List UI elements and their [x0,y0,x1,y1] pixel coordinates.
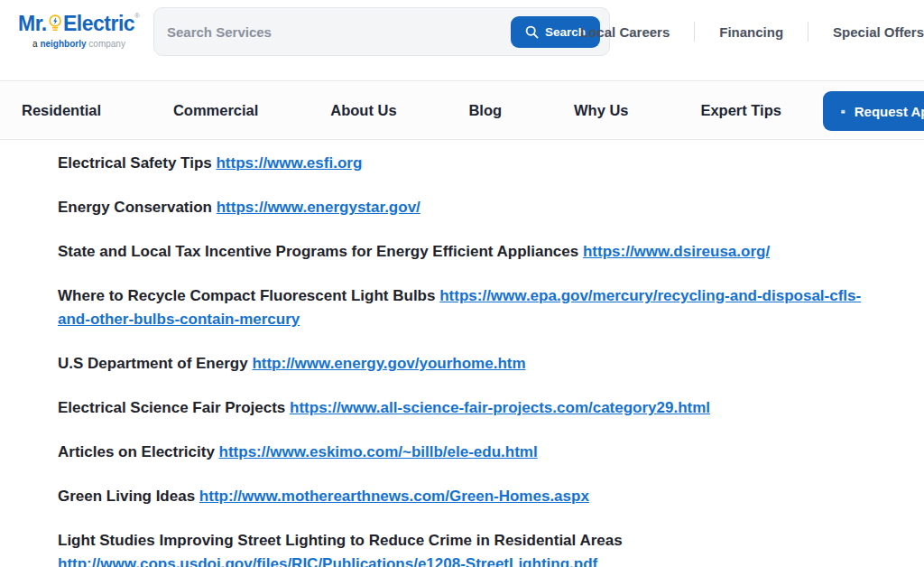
list-item: Green Living Ideas http://www.mothereart… [58,485,893,508]
lightbulb-icon [48,10,62,37]
list-item: Light Studies Improving Street Lighting … [58,529,893,567]
resource-label: Energy Conservation [58,199,212,216]
header-link-financing[interactable]: Financing [719,24,783,40]
resource-links-list: Electrical Safety Tips https://www.esfi.… [0,140,898,567]
divider [808,22,808,42]
nav-item-residential[interactable]: Residential [22,102,101,119]
header-link-local-careers[interactable]: Local Careers [580,24,670,40]
registered-mark: ® [134,12,140,20]
resource-link[interactable]: http://www.energy.gov/yourhome.htm [252,355,525,372]
list-item: Where to Recycle Compact Fluorescent Lig… [58,284,893,331]
request-appointment-button[interactable]: Request Appointment [823,91,924,131]
list-item: Energy Conservation https://www.energyst… [58,196,893,219]
list-item: Electrical Safety Tips https://www.esfi.… [58,152,893,175]
list-item: Articles on Electricity https://www.eski… [58,441,893,464]
resource-link[interactable]: http://www.cops.usdoj.gov/files/RIC/Publ… [58,553,597,567]
nav-item-why-us[interactable]: Why Us [574,102,629,119]
search-services-box: Search [153,7,610,56]
nav-item-expert-tips[interactable]: Expert Tips [700,102,781,119]
resource-link[interactable]: https://www.dsireusa.org/ [583,243,770,260]
divider [694,22,695,42]
resource-link[interactable]: https://www.eskimo.com/~billb/ele-edu.ht… [219,443,538,460]
search-icon [525,25,539,39]
resource-label: State and Local Tax Incentive Programs f… [58,243,578,260]
neighborly-tagline: a neighborly company [18,39,140,49]
resource-sublabel: Improving Street Lighting to Reduce Crim… [159,532,622,549]
list-item: Electrical Science Fair Projects https:/… [58,396,893,420]
main-navigation: Residential Commercial About Us Blog Why… [0,80,924,140]
calendar-icon [841,104,845,119]
resource-label: Electrical Safety Tips [58,154,212,172]
list-item: State and Local Tax Incentive Programs f… [58,240,893,264]
header-utility-links: Local Careers Financing Special Offers [580,22,924,42]
resource-label: Electrical Science Fair Projects [58,399,285,416]
nav-item-commercial[interactable]: Commercial [173,102,258,119]
resource-label: Articles on Electricity [58,443,215,460]
resource-link[interactable]: https://www.energystar.gov/ [217,199,420,216]
resource-label: Where to Recycle Compact Fluorescent Lig… [58,287,435,304]
logo-text-electric: Electric [63,12,134,36]
nav-item-about-us[interactable]: About Us [330,102,396,119]
resource-link[interactable]: https://www.esfi.org [216,154,362,172]
search-input[interactable] [154,24,511,40]
nav-item-blog[interactable]: Blog [468,102,502,119]
request-button-label: Request Appointment [855,104,924,119]
resource-link[interactable]: http://www.motherearthnews.com/Green-Hom… [199,488,589,505]
resource-label: Light Studies [58,532,155,549]
resource-link[interactable]: https://www.all-science-fair-projects.co… [290,399,710,416]
resource-label: U.S Department of Energy [58,355,248,372]
mr-electric-logo[interactable]: Mr. Electric ® a neighborly company [18,10,140,49]
logo-text-mr: Mr. [18,12,47,36]
list-item: U.S Department of Energy http://www.ener… [58,352,893,376]
resource-label: Green Living Ideas [58,488,195,505]
header-link-special-offers[interactable]: Special Offers [833,24,924,40]
site-header: Mr. Electric ® a neighborly company Sear… [0,0,924,80]
